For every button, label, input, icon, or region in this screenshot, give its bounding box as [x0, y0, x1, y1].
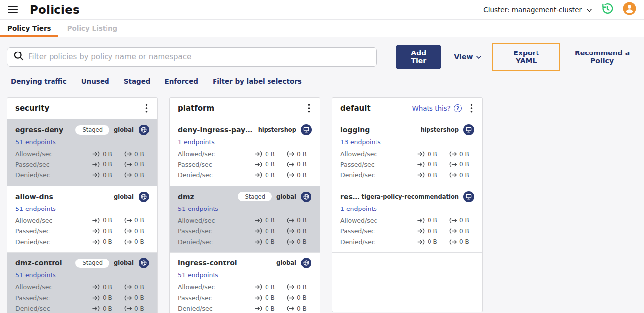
- egress-value: 0 B: [449, 161, 474, 168]
- policy-card[interactable]: ingress-controlglobal51 endpointsAllowed…: [170, 252, 320, 313]
- egress-icon: [449, 151, 457, 156]
- filter-filter-by-label-selectors[interactable]: Filter by label selectors: [213, 77, 302, 85]
- metric-value-out: 0 B: [297, 161, 307, 168]
- filter-unused[interactable]: Unused: [81, 77, 109, 85]
- metric-label: Allowed/sec: [340, 150, 377, 157]
- tab-policy-tiers[interactable]: Policy Tiers: [0, 20, 58, 37]
- endpoints-link[interactable]: 51 endpoints: [178, 271, 218, 280]
- policy-card[interactable]: restrictedtigera-policy-recommendation1 …: [332, 186, 482, 253]
- policy-card[interactable]: dmz-controlStagedglobal51 endpointsAllow…: [7, 252, 157, 313]
- egress-icon: [449, 218, 457, 223]
- ingress-value: 0 B: [417, 228, 442, 235]
- export-yaml-highlight: Export YAML: [492, 43, 560, 71]
- egress-icon: [449, 239, 457, 245]
- policy-card[interactable]: logginghipstershop13 endpointsAllowed/se…: [332, 119, 482, 186]
- policy-meta: Stagedglobal: [75, 258, 149, 268]
- export-yaml-button[interactable]: Export YAML: [505, 49, 547, 65]
- policy-card[interactable]: dmzStagedglobal51 endpointsAllowed/sec0 …: [170, 186, 320, 253]
- metric-value-out: 0 B: [134, 217, 144, 224]
- ingress-value: 0 B: [255, 294, 280, 301]
- egress-value: 0 B: [124, 172, 149, 179]
- metric-values: 0 B0 B: [255, 172, 312, 179]
- metric-values: 0 B0 B: [255, 305, 312, 312]
- policy-name: dmz: [178, 193, 194, 201]
- metric-value-out: 0 B: [134, 238, 144, 245]
- filter-denying-traffic[interactable]: Denying traffic: [11, 77, 67, 85]
- metric-value-in: 0 B: [428, 161, 437, 168]
- egress-value: 0 B: [449, 228, 474, 235]
- endpoints-link[interactable]: 13 endpoints: [340, 138, 381, 147]
- tier-menu-button[interactable]: [143, 102, 150, 115]
- metric-values: 0 B0 B: [255, 217, 312, 224]
- endpoints-link[interactable]: 51 endpoints: [15, 271, 56, 280]
- metric-label: Denied/sec: [15, 305, 50, 312]
- metric-label: Denied/sec: [178, 171, 213, 179]
- ingress-icon: [255, 172, 263, 178]
- metric-label: Passed/sec: [178, 294, 212, 302]
- policy-meta: hipstershop: [258, 124, 312, 135]
- cluster-selector[interactable]: Cluster: management-cluster: [483, 6, 592, 14]
- metric-row: Passed/sec0 B0 B: [178, 159, 312, 170]
- tier-menu-button[interactable]: [305, 102, 313, 115]
- policy-card[interactable]: deny-ingress-paymentservi…hipstershop1 e…: [170, 119, 320, 186]
- metric-label: Passed/sec: [178, 161, 212, 168]
- metric-values: 0 B0 B: [92, 305, 149, 312]
- metric-values: 0 B0 B: [417, 228, 474, 235]
- endpoints-link[interactable]: 51 endpoints: [15, 205, 56, 214]
- metric-row: Passed/sec0 B0 B: [15, 226, 149, 237]
- globe-badge-icon: [138, 124, 149, 135]
- metric-value-out: 0 B: [134, 305, 144, 312]
- endpoints-link[interactable]: 51 endpoints: [178, 205, 218, 214]
- policy-scope: global: [276, 193, 296, 200]
- metric-label: Allowed/sec: [178, 283, 215, 291]
- ingress-icon: [92, 239, 101, 245]
- metric-values: 0 B0 B: [417, 172, 474, 179]
- metric-row: Denied/sec0 B0 B: [340, 170, 474, 181]
- whats-this-link[interactable]: Whats this??: [412, 104, 462, 112]
- view-dropdown[interactable]: View: [454, 53, 482, 61]
- metric-row: Allowed/sec0 B0 B: [15, 149, 149, 159]
- metric-row: Denied/sec0 B0 B: [178, 303, 312, 313]
- policy-title-row: dmzStagedglobal: [178, 190, 312, 203]
- tier-menu-button[interactable]: [468, 102, 475, 115]
- policy-name: ingress-control: [178, 259, 237, 267]
- metric-label: Passed/sec: [15, 294, 50, 302]
- egress-icon: [124, 151, 132, 156]
- ingress-icon: [255, 151, 263, 156]
- ingress-value: 0 B: [255, 228, 280, 235]
- metric-values: 0 B0 B: [92, 228, 149, 235]
- metric-values: 0 B0 B: [255, 294, 312, 301]
- metric-values: 0 B0 B: [92, 161, 149, 168]
- metric-row: Denied/sec0 B0 B: [15, 237, 149, 248]
- search-box[interactable]: [7, 47, 377, 67]
- egress-value: 0 B: [286, 228, 312, 235]
- ingress-icon: [92, 228, 101, 234]
- policy-card[interactable]: allow-dnsglobal51 endpointsAllowed/sec0 …: [7, 186, 157, 253]
- recommend-policy-button[interactable]: Recommend a Policy: [567, 49, 637, 65]
- metric-value-in: 0 B: [265, 284, 275, 291]
- ingress-icon: [255, 228, 263, 234]
- metric-values: 0 B0 B: [92, 151, 149, 157]
- ingress-value: 0 B: [92, 294, 117, 301]
- policy-card[interactable]: egress-denyStagedglobal51 endpointsAllow…: [7, 119, 157, 186]
- metric-value-in: 0 B: [428, 228, 437, 235]
- egress-value: 0 B: [449, 238, 474, 245]
- egress-icon: [449, 162, 457, 167]
- ingress-icon: [92, 218, 101, 223]
- user-avatar-button[interactable]: [623, 2, 636, 17]
- egress-icon: [286, 228, 295, 234]
- ingress-value: 0 B: [92, 151, 117, 157]
- egress-value: 0 B: [124, 228, 149, 235]
- history-button[interactable]: [601, 2, 614, 17]
- menu-icon[interactable]: [8, 4, 21, 15]
- metric-value-in: 0 B: [428, 238, 437, 245]
- metric-values: 0 B0 B: [417, 217, 474, 224]
- filter-enforced[interactable]: Enforced: [164, 77, 198, 85]
- policy-search-input[interactable]: [28, 52, 371, 61]
- filter-staged[interactable]: Staged: [124, 77, 151, 85]
- endpoints-link[interactable]: 51 endpoints: [15, 138, 56, 147]
- endpoints-link[interactable]: 1 endpoints: [178, 138, 215, 147]
- tab-policy-listing[interactable]: Policy Listing: [60, 20, 125, 37]
- endpoints-link[interactable]: 1 endpoints: [340, 205, 377, 214]
- add-tier-button[interactable]: Add Tier: [396, 45, 441, 69]
